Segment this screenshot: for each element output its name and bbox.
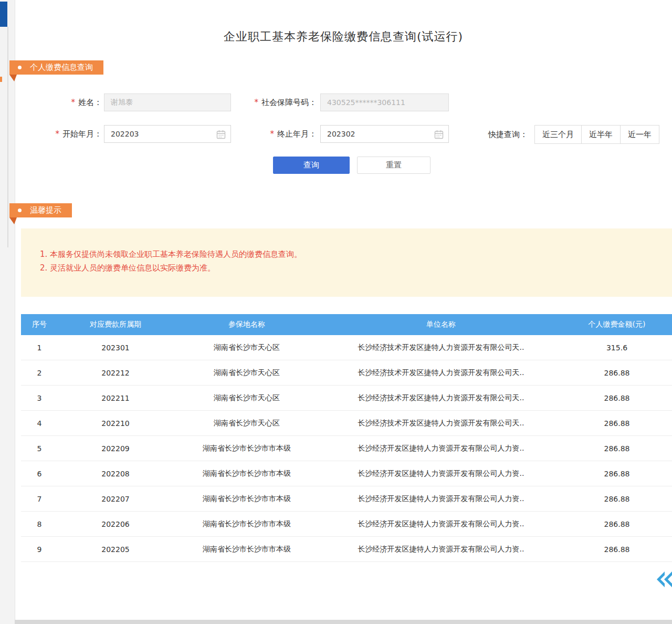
table-cell: 1 xyxy=(21,344,58,352)
page-title: 企业职工基本养老保险缴费信息查询(试运行) xyxy=(15,29,672,45)
table-cell: 长沙经济开发区捷特人力资源开发有限公司人力资.. xyxy=(320,519,562,529)
table-cell: 长沙经济开发区捷特人力资源开发有限公司人力资.. xyxy=(320,494,562,504)
name-input[interactable]: 谢旭泰 xyxy=(104,93,231,111)
table-row: 8202206湖南省长沙市长沙市市本级长沙经济开发区捷特人力资源开发有限公司人力… xyxy=(21,512,672,537)
bottom-scrollbar[interactable] xyxy=(15,620,672,624)
table-header-cell: 个人缴费金额(元) xyxy=(562,320,672,329)
tips-line-1: 1. 本服务仅提供尚未领取企业职工基本养老保险待遇人员的缴费信息查询。 xyxy=(40,247,672,261)
table-cell: 286.88 xyxy=(562,545,672,554)
table-cell: 286.88 xyxy=(562,495,672,503)
table-cell: 5 xyxy=(21,444,58,453)
table-cell: 202209 xyxy=(58,444,173,453)
table-cell: 长沙经济技术开发区捷特人力资源开发有限公司天.. xyxy=(320,393,562,403)
quick-1-year-button[interactable]: 近一年 xyxy=(620,125,659,144)
table-row: 4202210湖南省长沙市天心区长沙经济技术开发区捷特人力资源开发有限公司天..… xyxy=(21,411,672,436)
table-row: 2202212湖南省长沙市天心区长沙经济技术开发区捷特人力资源开发有限公司天..… xyxy=(21,360,672,386)
table-cell: 湖南省长沙市天心区 xyxy=(173,393,320,403)
section-badge-tips-label: 温馨提示 xyxy=(30,205,61,215)
table-header-cell: 序号 xyxy=(21,320,58,329)
name-label: * 姓名： xyxy=(44,93,102,111)
table-header-cell: 对应费款所属期 xyxy=(58,320,173,329)
table-cell: 202207 xyxy=(58,495,173,503)
gutter-divider xyxy=(7,27,8,247)
section-badge-query-label: 个人缴费信息查询 xyxy=(30,63,93,72)
table-cell: 286.88 xyxy=(562,369,672,377)
table-body: 1202301湖南省长沙市天心区长沙经济技术开发区捷特人力资源开发有限公司天..… xyxy=(21,335,672,562)
quick-query-group: 近三个月 近半年 近一年 xyxy=(535,125,659,144)
table-cell: 202301 xyxy=(58,344,173,352)
table-cell: 湖南省长沙市天心区 xyxy=(173,419,320,428)
start-month-label: * 开始年月： xyxy=(39,125,102,143)
table-cell: 长沙经济技术开发区捷特人力资源开发有限公司天.. xyxy=(320,419,562,428)
table-cell: 286.88 xyxy=(562,394,672,402)
end-month-input[interactable]: 202302 xyxy=(320,125,449,143)
table-cell: 长沙经济开发区捷特人力资源开发有限公司人力资.. xyxy=(320,545,562,554)
table-header-cell: 单位名称 xyxy=(320,320,562,329)
table-cell: 3 xyxy=(21,394,58,402)
table-cell: 湖南省长沙市长沙市市本级 xyxy=(173,545,320,554)
table-row: 5202209湖南省长沙市长沙市市本级长沙经济开发区捷特人力资源开发有限公司人力… xyxy=(21,436,672,461)
edge-marker xyxy=(0,77,2,82)
table-cell: 湖南省长沙市长沙市市本级 xyxy=(173,494,320,504)
calendar-icon[interactable] xyxy=(216,129,226,141)
table-header-row: 序号对应费款所属期参保地名称单位名称个人缴费金额(元) xyxy=(21,314,672,335)
table-cell: 湖南省长沙市长沙市市本级 xyxy=(173,519,320,529)
table-row: 3202211湖南省长沙市天心区长沙经济技术开发区捷特人力资源开发有限公司天..… xyxy=(21,386,672,411)
table-cell: 202208 xyxy=(58,470,173,478)
table-cell: 长沙经济技术开发区捷特人力资源开发有限公司天.. xyxy=(320,343,562,352)
ssn-input[interactable]: 430525******306111 xyxy=(320,93,449,111)
table-cell: 202212 xyxy=(58,369,173,377)
table-cell: 286.88 xyxy=(562,520,672,528)
table-cell: 202205 xyxy=(58,545,173,554)
table-cell: 286.88 xyxy=(562,419,672,428)
table-cell: 湖南省长沙市长沙市市本级 xyxy=(173,444,320,453)
section-badge-tips: 温馨提示 xyxy=(9,203,72,217)
results-table: 序号对应费款所属期参保地名称单位名称个人缴费金额(元) 1202301湖南省长沙… xyxy=(21,314,672,562)
table-cell: 286.88 xyxy=(562,444,672,453)
table-row: 1202301湖南省长沙市天心区长沙经济技术开发区捷特人力资源开发有限公司天..… xyxy=(21,335,672,360)
table-cell: 202210 xyxy=(58,419,173,428)
table-cell: 286.88 xyxy=(562,470,672,478)
required-asterisk: * xyxy=(56,129,60,139)
calendar-icon[interactable] xyxy=(434,129,444,141)
reset-button[interactable]: 重置 xyxy=(357,157,430,174)
table-row: 9202205湖南省长沙市长沙市市本级长沙经济开发区捷特人力资源开发有限公司人力… xyxy=(21,537,672,562)
ssn-label: * 社会保障号码： xyxy=(236,93,317,111)
table-row: 6202208湖南省长沙市长沙市市本级长沙经济开发区捷特人力资源开发有限公司人力… xyxy=(21,461,672,486)
table-cell: 湖南省长沙市长沙市市本级 xyxy=(173,469,320,479)
collapsed-sidebar-stub[interactable] xyxy=(0,2,7,27)
table-cell: 4 xyxy=(21,419,58,428)
bullet-dot-icon xyxy=(18,209,22,212)
table-header-cell: 参保地名称 xyxy=(173,320,320,329)
table-cell: 长沙经济开发区捷特人力资源开发有限公司人力资.. xyxy=(320,444,562,453)
table-cell: 202206 xyxy=(58,520,173,528)
table-cell: 315.6 xyxy=(562,344,672,352)
table-cell: 长沙经济开发区捷特人力资源开发有限公司人力资.. xyxy=(320,469,562,479)
table-cell: 202211 xyxy=(58,394,173,402)
table-cell: 6 xyxy=(21,470,58,478)
double-left-chevron-icon[interactable] xyxy=(654,569,672,591)
quick-3-months-button[interactable]: 近三个月 xyxy=(534,125,582,144)
tips-notice-box: 1. 本服务仅提供尚未领取企业职工基本养老保险待遇人员的缴费信息查询。 2. 灵… xyxy=(21,228,672,297)
section-badge-query: 个人缴费信息查询 xyxy=(9,60,103,75)
table-cell: 7 xyxy=(21,495,58,503)
content-card-border xyxy=(15,0,15,624)
required-asterisk: * xyxy=(270,129,275,139)
start-month-input[interactable]: 202203 xyxy=(104,125,231,143)
required-asterisk: * xyxy=(255,98,259,107)
query-button[interactable]: 查询 xyxy=(273,157,350,174)
table-cell: 长沙经济技术开发区捷特人力资源开发有限公司天.. xyxy=(320,368,562,378)
table-row: 7202207湖南省长沙市长沙市市本级长沙经济开发区捷特人力资源开发有限公司人力… xyxy=(21,486,672,512)
tips-line-2: 2. 灵活就业人员的缴费单位信息以实际缴费为准。 xyxy=(40,261,672,275)
table-cell: 9 xyxy=(21,545,58,554)
quick-half-year-button[interactable]: 近半年 xyxy=(581,125,621,144)
quick-query-label: 快捷查询： xyxy=(488,125,528,144)
page: 企业职工基本养老保险缴费信息查询(试运行) 个人缴费信息查询 * 姓名： 谢旭泰… xyxy=(0,0,672,624)
table-cell: 2 xyxy=(21,369,58,377)
end-month-label: * 终止年月： xyxy=(254,125,317,143)
bullet-dot-icon xyxy=(18,66,22,69)
table-cell: 湖南省长沙市天心区 xyxy=(173,343,320,352)
table-cell: 湖南省长沙市天心区 xyxy=(173,368,320,378)
required-asterisk: * xyxy=(71,98,76,107)
table-cell: 8 xyxy=(21,520,58,528)
